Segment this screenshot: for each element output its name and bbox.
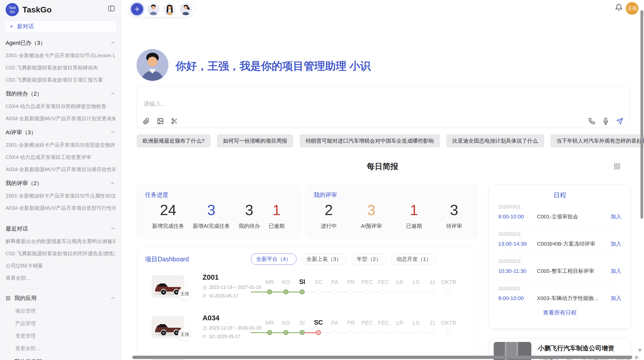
sidebar-item-my-apps[interactable]: 我的应用: [6, 294, 115, 302]
conversation-item[interactable]: 解释最新出台的欧盟报废车法规再生塑料比例被调至15%...: [6, 238, 115, 245]
agent-avatar-2[interactable]: [164, 3, 176, 15]
project-row-a034[interactable]: 王强 A034 2023-12-19 ~ 2026-01-19 SC-2025-…: [145, 314, 469, 346]
assistant-avatar: [137, 49, 168, 81]
agent-avatar-1[interactable]: [147, 3, 159, 15]
milestone-node: [414, 330, 419, 335]
card-title: 任务进度: [145, 191, 292, 199]
conversation-item[interactable]: C0X4-动力总成开发项目SI里程碑提交物检查: [6, 103, 115, 110]
conversation-item[interactable]: C02-飞腾新能源轻客改款项目的闭环通告反馈情况: [6, 250, 115, 257]
suggestion-chip[interactable]: 特朗普可能对进口汽车增税会对中国车企造成哪些影响: [300, 134, 440, 147]
conversation-item[interactable]: C02-飞腾新能源轻客改款项目立项汇报方案: [6, 77, 115, 83]
notifications-bell-icon[interactable]: [615, 4, 623, 11]
horizontal-scrollbar[interactable]: [132, 356, 632, 359]
conversation-item[interactable]: Z001-全新燃油轻卡产品开发项目SI节点属性5D文件评审: [6, 192, 115, 199]
sidebar-item-product-mgmt[interactable]: 产品管理: [15, 320, 115, 327]
new-chat-button[interactable]: 新对话: [4, 20, 117, 33]
user-initials: 王强: [627, 5, 637, 11]
project-code: Z001: [202, 273, 261, 281]
add-agent-button[interactable]: [131, 3, 143, 15]
suggestion-chip[interactable]: 如何写一份清晰的项目周报: [217, 134, 293, 147]
scroll-down-arrow-icon[interactable]: [638, 349, 642, 352]
event-name: C005-整车工程目标评审: [537, 267, 608, 275]
milestone-node-done: [300, 330, 305, 335]
stat-label: 已逾期: [269, 222, 285, 230]
view-all-apps[interactable]: 查看全部...: [15, 345, 115, 352]
sidebar-item-change-mgmt[interactable]: 变更管理: [15, 333, 115, 339]
tab-year-model[interactable]: 年型（2）: [352, 253, 387, 265]
attachment-icon[interactable]: [143, 118, 150, 125]
milestone-label: FEC: [375, 279, 392, 286]
sidebar-header: Task Go TaskGo: [0, 0, 121, 18]
vertical-scrollbar[interactable]: [640, 10, 643, 219]
schedule-event: 2025/03/11 13:00-14:30 C003|H0B-方案冻结评审 加…: [498, 227, 621, 247]
schedule-event: 2025/03/11 9:00-10:00 C001-立项审批会 加入: [498, 199, 621, 220]
conversation-item[interactable]: Z001-全新燃油轻卡产品开发项目SI造型提交物评审: [6, 142, 115, 148]
tab-new-platform[interactable]: 全新平台（4）: [251, 253, 297, 265]
layout-grid-icon[interactable]: [613, 163, 621, 170]
chat-composer: [137, 86, 630, 128]
suggestion-chip[interactable]: 欧洲新规最近颁布了什么?: [137, 134, 211, 147]
join-meeting-link[interactable]: 加入: [611, 295, 621, 302]
join-meeting-link[interactable]: 加入: [611, 213, 621, 220]
milestone-node: [430, 330, 435, 335]
section-recent-chats[interactable]: 最近对话: [6, 225, 115, 233]
divider: [0, 288, 121, 288]
milestone-node: [316, 289, 321, 294]
sidebar-item-project-mgmt[interactable]: 项目管理: [15, 308, 115, 314]
conversation-item[interactable]: A034-全新新能源MUV产品开发项目计划变更表编写: [6, 115, 115, 122]
sidebar-item-cloud-space[interactable]: 我的云空间: [6, 358, 115, 360]
send-icon[interactable]: [616, 118, 623, 125]
chat-input[interactable]: [143, 100, 576, 116]
image-icon[interactable]: [157, 118, 164, 125]
join-meeting-link[interactable]: 加入: [611, 267, 621, 275]
view-all-chats[interactable]: 查看全部...: [6, 275, 115, 281]
milestone-label: PEC: [359, 320, 375, 326]
clock-icon: [202, 285, 207, 290]
stat-value: 3: [239, 201, 260, 218]
microphone-icon[interactable]: [602, 118, 609, 125]
tab-powertrain[interactable]: 动总开发（1）: [391, 253, 437, 265]
stats-row: 2 进行中 3 AI预评审 1 已逾期 3 待评审: [314, 201, 469, 230]
conversation-item[interactable]: Z001-全新燃油皮卡产品开发项目SI节点Lesson Learn报告: [6, 52, 115, 59]
stat-label: 进行中: [321, 222, 337, 230]
join-meeting-link[interactable]: 加入: [611, 240, 621, 247]
conversation-item[interactable]: C02-飞腾新能源轻客改款项目里程碑画布: [6, 64, 115, 71]
phone-icon[interactable]: [588, 118, 595, 125]
tab-new-body[interactable]: 全新上装（3）: [301, 253, 347, 265]
stat-label: AI预评审: [361, 222, 382, 230]
conversation-item[interactable]: 公司Q3轻卡销量: [6, 262, 115, 269]
milestone-label: LR: [392, 320, 408, 326]
section-my-todo[interactable]: 我的待办（2）: [6, 90, 115, 98]
milestone-node: [332, 330, 337, 335]
section-my-review[interactable]: 我的评审（2）: [6, 179, 115, 187]
user-avatar[interactable]: 王强: [626, 2, 638, 15]
conversation-item[interactable]: C0X4-动力总成开发项目工程变更评审: [6, 154, 115, 161]
view-all-schedule-link[interactable]: 查看所有日程: [498, 309, 621, 317]
agent-avatar-3[interactable]: [180, 3, 192, 15]
event-time: 9:00-10:00: [498, 295, 537, 301]
conversation-item[interactable]: A034-全新新能源MUV产品开发项目法规符合性评审: [6, 166, 115, 173]
section-agent-done[interactable]: Agent已办（3）: [6, 39, 115, 47]
milestone-node: [381, 289, 386, 294]
stat-new-done: 24 新增完成任务: [152, 201, 184, 230]
scissors-icon[interactable]: [171, 118, 178, 125]
plus-icon: [9, 24, 14, 29]
section-ai-review[interactable]: AI评审（3）: [6, 129, 115, 136]
suggestion-chip[interactable]: 当下年轻人对汽车外观有怎样的喜好趋势: [550, 134, 644, 147]
milestone-label-current: SC: [310, 319, 327, 326]
stat-my-todo: 3 我的待办: [239, 201, 260, 230]
project-row-z001[interactable]: 王强 Z001 2023-12-19 ~ 2027-01-19 SI-2025-…: [145, 273, 469, 305]
card-title: 我的评审: [314, 191, 469, 199]
my-review-card: 我的评审 2 进行中 3 AI预评审 1 已逾期 3 待评审: [305, 185, 478, 238]
chevron-up-icon: [110, 226, 115, 231]
event-date: 2025/03/11: [498, 259, 621, 264]
milestone-label: PA: [327, 320, 343, 326]
conversation-item[interactable]: A034-全新新能源MUV产品开发项目造型可行性评审: [6, 205, 115, 212]
sidebar: Task Go TaskGo 新对话 Agent已办（3） Z001-全新燃油皮…: [0, 0, 121, 360]
scroll-right-arrow-icon[interactable]: [635, 355, 639, 359]
milestone-node: [397, 330, 402, 335]
milestone-label: PEC: [359, 279, 375, 286]
suggestion-chip[interactable]: 比亚迪全固态电池计划具体说了什么: [446, 134, 544, 147]
sidebar-collapse-icon[interactable]: [108, 5, 115, 12]
stat-value: 2: [321, 201, 337, 218]
